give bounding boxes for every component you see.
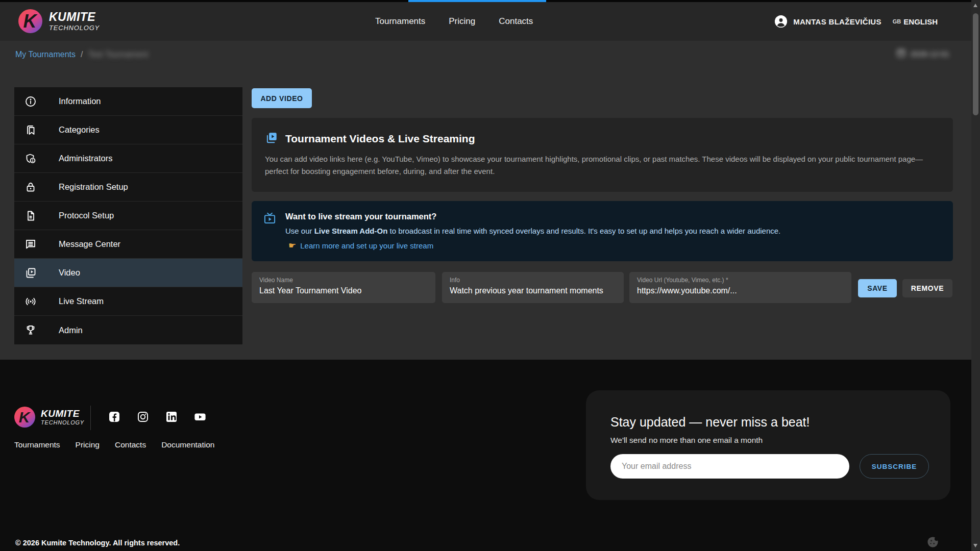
newsletter-title: Stay updated — never miss a beat! [610,415,810,430]
video-info-value: Watch previous year tournament moments [450,286,616,295]
sidebar-label: Message Center [59,239,120,249]
subscribe-button[interactable]: SUBSCRIBE [860,454,929,479]
live-stream-learn-more-link[interactable]: Learn more and set up your live stream [300,241,433,250]
calendar-icon [896,48,906,59]
brand-name: KUMITE [49,11,100,23]
sidebar-item-live-stream[interactable]: Live Stream [14,287,242,316]
email-input[interactable] [610,454,849,479]
live-stream-promo: Want to live stream your tournament? Use… [252,201,953,261]
footer-divider [90,406,91,430]
user-menu[interactable]: MANTAS BLAŽEVIČIUS GB ENGLISH [775,2,938,41]
breadcrumb-my-tournaments[interactable]: My Tournaments [15,50,76,59]
youtube-icon[interactable] [194,411,206,423]
live-promo-body: Use our Live Stream Add-On to broadcast … [285,227,780,235]
sidebar-label: Video [59,268,80,278]
kumite-logo-icon: K [18,9,42,33]
app-bar: K KUMITE TECHNOLOGY Tournaments Pricing … [0,2,971,41]
instagram-icon[interactable] [137,411,149,423]
user-name: MANTAS BLAŽEVIČIUS [793,17,881,26]
logo-letter: K [14,407,35,428]
breadcrumb: My Tournaments / Test Tournament [15,50,148,59]
tournament-sidebar: Information Categories Ad [14,87,242,344]
sidebar-item-registration-setup[interactable]: Registration Setup [14,173,242,202]
video-info-field[interactable]: Info Watch previous year tournament mome… [442,272,624,303]
newsletter-subtitle: We'll send no more than one email a mont… [610,436,763,445]
videos-intro-card: Tournament Videos & Live Streaming You c… [252,118,953,192]
footer: K KUMITE TECHNOLOGY [0,360,971,551]
locale-code: GB [893,18,901,24]
nav-contacts[interactable]: Contacts [499,16,533,27]
sidebar-item-protocol-setup[interactable]: Protocol Setup [14,202,242,230]
sidebar-label: Protocol Setup [59,211,114,220]
bookmark-icon [24,124,37,136]
kumite-logo-icon: K [14,407,35,428]
sidebar-item-admin[interactable]: Admin [14,316,242,344]
language-label: ENGLISH [903,17,938,26]
sidebar-label: Categories [59,125,100,135]
video-library-blue-icon [265,131,278,146]
video-url-value: https://www.youtube.com/... [637,286,844,295]
message-icon [24,238,37,251]
avatar-icon [775,15,787,28]
brand-subtitle: TECHNOLOGY [41,420,84,425]
language-selector[interactable]: GB ENGLISH [893,17,938,26]
sidebar-item-information[interactable]: Information [14,87,242,116]
sidebar-label: Admin [59,325,83,335]
logo-letter: K [18,9,42,33]
sidebar-item-message-center[interactable]: Message Center [14,230,242,259]
app-window: K KUMITE TECHNOLOGY Tournaments Pricing … [0,0,980,551]
video-library-icon [24,267,37,279]
footer-link-tournaments[interactable]: Tournaments [14,440,60,449]
video-url-field[interactable]: Video Url (Youtube, Vimeo, etc.) * https… [629,272,851,303]
brand-name: KUMITE [41,409,84,418]
scrollbar[interactable] [971,0,980,551]
brand-logo[interactable]: K KUMITE TECHNOLOGY [18,9,100,33]
lock-icon [24,181,37,193]
video-url-label: Video Url (Youtube, Vimeo, etc.) * [637,277,844,284]
video-info-label: Info [450,277,616,284]
footer-links: Tournaments Pricing Contacts Documentati… [14,440,214,449]
sidebar-item-administrators[interactable]: Administrators [14,144,242,173]
brand-subtitle: TECHNOLOGY [49,24,100,31]
sidebar-label: Live Stream [59,296,104,306]
remove-button[interactable]: REMOVE [902,279,952,297]
newsletter-card: Stay updated — never miss a beat! We'll … [586,390,950,500]
broadcast-icon [24,295,37,308]
videos-section-description: You can add video links here (e.g. YouTu… [265,153,940,178]
breadcrumb-current-redacted: Test Tournament [88,50,148,59]
add-video-button[interactable]: ADD VIDEO [252,88,312,108]
sidebar-label: Administrators [59,154,112,163]
tournament-date-badge: 2026-12-01 [896,48,949,59]
pointing-finger-icon: ☛ [288,240,296,251]
video-name-value: Last Year Tournament Video [259,286,428,295]
footer-link-contacts[interactable]: Contacts [115,440,146,449]
top-nav: Tournaments Pricing Contacts [375,2,533,41]
document-icon [24,210,37,222]
tournament-date: 2026-12-01 [910,49,949,58]
live-tv-icon [263,212,277,252]
social-links [108,411,206,423]
nav-pricing[interactable]: Pricing [449,16,475,27]
sidebar-item-categories[interactable]: Categories [14,116,242,144]
nav-tournaments[interactable]: Tournaments [375,16,425,27]
linkedin-icon[interactable] [165,411,178,423]
breadcrumb-separator: / [81,50,83,59]
sidebar-item-video[interactable]: Video [14,259,242,287]
sidebar-label: Information [59,96,101,106]
sidebar-label: Registration Setup [59,182,128,192]
shield-person-icon [24,153,37,165]
copyright-text: © 2026 Kumite Technology. All rights res… [15,539,180,547]
facebook-icon[interactable] [108,411,120,423]
footer-link-documentation[interactable]: Documentation [161,440,214,449]
trophy-icon [24,324,37,336]
scrollbar-thumb[interactable] [973,13,978,115]
video-name-field[interactable]: Video Name Last Year Tournament Video [252,272,435,303]
save-button[interactable]: SAVE [858,279,897,297]
scroll-up-arrow-icon[interactable] [973,4,977,7]
videos-section-title: Tournament Videos & Live Streaming [285,133,475,145]
scroll-down-arrow-icon[interactable] [973,544,977,547]
footer-brand[interactable]: K KUMITE TECHNOLOGY [14,407,84,428]
footer-link-pricing[interactable]: Pricing [76,440,100,449]
cookie-settings-icon[interactable] [926,535,940,549]
video-name-label: Video Name [259,277,428,284]
